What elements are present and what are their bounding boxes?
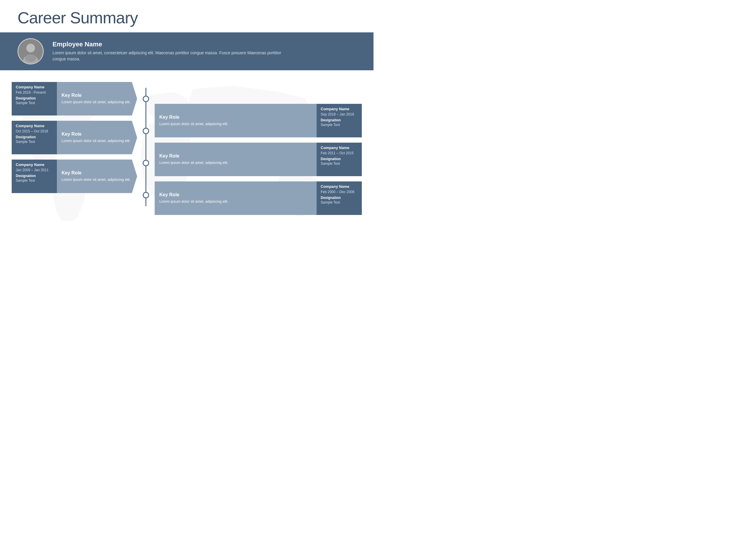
role-title-r3: Key Role <box>159 192 312 197</box>
role-box-left-1: Key Role Lorem ipsum dolor sit amet, adi… <box>57 82 137 115</box>
timeline-node-2 <box>143 128 149 134</box>
left-entry-3: Company Name Jan 2009 – Jan 2011 Designa… <box>12 160 137 193</box>
role-title-l2: Key Role <box>61 132 132 137</box>
date-range-l3: Jan 2009 – Jan 2011 <box>16 168 53 172</box>
avatar <box>18 38 44 64</box>
role-box-left-2: Key Role Lorem ipsum dolor sit amet, adi… <box>57 121 137 154</box>
employee-name: Employee Name <box>53 41 292 48</box>
role-box-right-3: Key Role Lorem ipsum dolor sit amet, adi… <box>155 181 317 215</box>
timeline-content: Company Name Feb 2019 - Present Designat… <box>12 79 362 215</box>
header-bar: Employee Name Lorem ipsum dolor sit amet… <box>0 32 374 70</box>
company-box-left-1: Company Name Feb 2019 - Present Designat… <box>12 82 57 115</box>
date-range-l1: Feb 2019 - Present <box>16 90 53 95</box>
right-entry-2: Key Role Lorem ipsum dolor sit amet, adi… <box>155 143 362 176</box>
role-title-l3: Key Role <box>61 170 132 176</box>
designation-value-r2: Sample Text <box>321 162 358 166</box>
role-title-r1: Key Role <box>159 115 312 120</box>
right-top-spacer <box>155 82 362 99</box>
role-desc-l2: Lorem ipsum dolor sit amet, adipiscing e… <box>61 138 132 143</box>
designation-value-r3: Sample Text <box>321 201 358 205</box>
designation-label-l3: Designation <box>16 174 53 178</box>
company-name-r3: Company Name <box>321 184 358 189</box>
left-entry-1: Company Name Feb 2019 - Present Designat… <box>12 82 137 115</box>
timeline-node-3 <box>143 160 149 166</box>
designation-label-r3: Designation <box>321 196 358 200</box>
company-name-r2: Company Name <box>321 145 358 150</box>
right-entry-3: Key Role Lorem ipsum dolor sit amet, adi… <box>155 181 362 215</box>
company-name-l3: Company Name <box>16 162 53 167</box>
left-side: Company Name Feb 2019 - Present Designat… <box>12 79 137 215</box>
employee-bio: Lorem ipsum dolor sit amet, consectetuer… <box>53 50 292 62</box>
role-box-right-1: Key Role Lorem ipsum dolor sit amet, adi… <box>155 104 317 137</box>
company-name-l2: Company Name <box>16 124 53 128</box>
role-desc-r2: Lorem ipsum dolor sit amet, adipiscing e… <box>159 160 312 165</box>
role-title-r2: Key Role <box>159 153 312 159</box>
right-entry-1: Key Role Lorem ipsum dolor sit amet, adi… <box>155 104 362 137</box>
date-range-r1: Sep 2018 – Jan 2019 <box>321 112 358 116</box>
timeline-node-4 <box>143 192 149 198</box>
page: Career Summary Employee Name Lorem ipsum… <box>0 0 374 280</box>
employee-info: Employee Name Lorem ipsum dolor sit amet… <box>53 41 292 62</box>
designation-label-l2: Designation <box>16 135 53 139</box>
company-name-l1: Company Name <box>16 85 53 89</box>
role-title-l1: Key Role <box>61 93 132 98</box>
timeline-node-1 <box>143 96 149 102</box>
company-box-right-2: Company Name Feb 2011 – Oct 2015 Designa… <box>317 143 362 176</box>
role-desc-r1: Lorem ipsum dolor sit amet, adipiscing e… <box>159 121 312 127</box>
date-range-r3: Feb 2000 – Dec 2008 <box>321 190 358 194</box>
role-desc-l1: Lorem ipsum dolor sit amet, adipiscing e… <box>61 100 132 105</box>
company-box-left-2: Company Name Oct 2015 – Oct 2018 Designa… <box>12 121 57 154</box>
designation-label-r1: Designation <box>321 118 358 122</box>
role-desc-l3: Lorem ipsum dolor sit amet, adipiscing e… <box>61 177 132 182</box>
designation-value-r1: Sample Text <box>321 123 358 127</box>
right-side: Key Role Lorem ipsum dolor sit amet, adi… <box>155 79 362 215</box>
designation-value-l2: Sample Text <box>16 140 53 144</box>
date-range-r2: Feb 2011 – Oct 2015 <box>321 151 358 155</box>
left-entry-2: Company Name Oct 2015 – Oct 2018 Designa… <box>12 121 137 154</box>
svg-point-3 <box>25 54 36 62</box>
timeline-nodes <box>143 79 149 215</box>
role-box-right-2: Key Role Lorem ipsum dolor sit amet, adi… <box>155 143 317 176</box>
role-box-left-3: Key Role Lorem ipsum dolor sit amet, adi… <box>57 160 137 193</box>
company-box-left-3: Company Name Jan 2009 – Jan 2011 Designa… <box>12 160 57 193</box>
designation-value-l3: Sample Text <box>16 179 53 183</box>
date-range-l2: Oct 2015 – Oct 2018 <box>16 129 53 133</box>
page-title: Career Summary <box>0 0 374 32</box>
designation-label-r2: Designation <box>321 157 358 161</box>
svg-point-1 <box>26 44 35 53</box>
company-box-right-3: Company Name Feb 2000 – Dec 2008 Designa… <box>317 181 362 215</box>
company-name-r1: Company Name <box>321 107 358 111</box>
company-box-right-1: Company Name Sep 2018 – Jan 2019 Designa… <box>317 104 362 137</box>
center-line <box>137 79 155 215</box>
designation-label-l1: Designation <box>16 96 53 100</box>
role-desc-r3: Lorem ipsum dolor sit amet, adipiscing e… <box>159 199 312 204</box>
designation-value-l1: Sample Text <box>16 101 53 105</box>
timeline-section: Company Name Feb 2019 - Present Designat… <box>0 70 374 221</box>
